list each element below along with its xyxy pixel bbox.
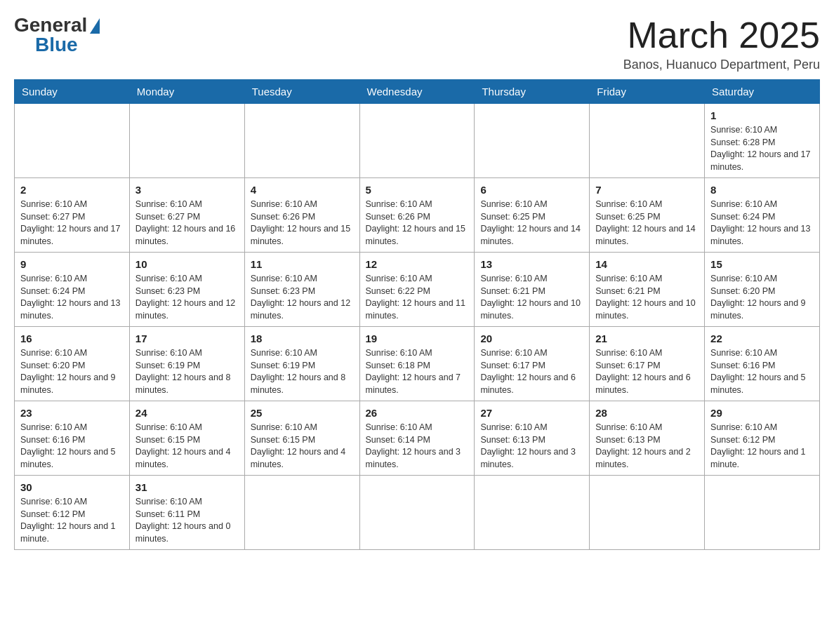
day-info: Sunrise: 6:10 AM Sunset: 6:11 PM Dayligh… — [135, 496, 239, 545]
day-info: Sunrise: 6:10 AM Sunset: 6:15 PM Dayligh… — [251, 422, 354, 471]
calendar-cell — [590, 104, 705, 178]
day-number: 28 — [595, 405, 699, 420]
calendar-cell: 4Sunrise: 6:10 AM Sunset: 6:26 PM Daylig… — [244, 178, 359, 253]
calendar-cell — [590, 476, 705, 550]
weekday-header-row: SundayMondayTuesdayWednesdayThursdayFrid… — [15, 80, 820, 104]
day-number: 7 — [595, 182, 699, 197]
calendar-cell — [475, 476, 590, 550]
calendar-cell: 11Sunrise: 6:10 AM Sunset: 6:23 PM Dayli… — [244, 253, 359, 327]
calendar-week-row: 30Sunrise: 6:10 AM Sunset: 6:12 PM Dayli… — [15, 476, 820, 550]
weekday-header-tuesday: Tuesday — [244, 80, 359, 104]
day-info: Sunrise: 6:10 AM Sunset: 6:18 PM Dayligh… — [366, 347, 469, 396]
day-number: 4 — [251, 182, 354, 197]
day-info: Sunrise: 6:10 AM Sunset: 6:20 PM Dayligh… — [20, 347, 124, 396]
calendar-cell: 7Sunrise: 6:10 AM Sunset: 6:25 PM Daylig… — [590, 178, 705, 253]
calendar-cell — [705, 476, 820, 550]
calendar-week-row: 23Sunrise: 6:10 AM Sunset: 6:16 PM Dayli… — [15, 401, 820, 476]
location-title: Banos, Huanuco Department, Peru — [623, 58, 820, 72]
calendar-cell: 1Sunrise: 6:10 AM Sunset: 6:28 PM Daylig… — [705, 104, 820, 178]
calendar-cell: 3Sunrise: 6:10 AM Sunset: 6:27 PM Daylig… — [129, 178, 244, 253]
day-info: Sunrise: 6:10 AM Sunset: 6:12 PM Dayligh… — [20, 496, 124, 545]
day-number: 6 — [480, 182, 583, 197]
day-info: Sunrise: 6:10 AM Sunset: 6:14 PM Dayligh… — [366, 422, 469, 471]
calendar-cell: 25Sunrise: 6:10 AM Sunset: 6:15 PM Dayli… — [244, 401, 359, 476]
day-number: 3 — [135, 182, 239, 197]
day-info: Sunrise: 6:10 AM Sunset: 6:21 PM Dayligh… — [480, 273, 583, 322]
calendar-cell: 20Sunrise: 6:10 AM Sunset: 6:17 PM Dayli… — [475, 327, 590, 401]
day-info: Sunrise: 6:10 AM Sunset: 6:25 PM Dayligh… — [595, 199, 699, 248]
calendar-table: SundayMondayTuesdayWednesdayThursdayFrid… — [14, 79, 820, 550]
weekday-header-friday: Friday — [590, 80, 705, 104]
day-info: Sunrise: 6:10 AM Sunset: 6:19 PM Dayligh… — [251, 347, 354, 396]
day-number: 12 — [366, 257, 469, 271]
calendar-cell: 6Sunrise: 6:10 AM Sunset: 6:25 PM Daylig… — [475, 178, 590, 253]
day-info: Sunrise: 6:10 AM Sunset: 6:21 PM Dayligh… — [595, 273, 699, 322]
title-block: March 2025 Banos, Huanuco Department, Pe… — [623, 14, 820, 72]
day-number: 25 — [251, 405, 354, 420]
day-info: Sunrise: 6:10 AM Sunset: 6:13 PM Dayligh… — [595, 422, 699, 471]
calendar-week-row: 9Sunrise: 6:10 AM Sunset: 6:24 PM Daylig… — [15, 253, 820, 327]
day-info: Sunrise: 6:10 AM Sunset: 6:25 PM Dayligh… — [480, 199, 583, 248]
day-info: Sunrise: 6:10 AM Sunset: 6:23 PM Dayligh… — [251, 273, 354, 322]
calendar-cell: 5Sunrise: 6:10 AM Sunset: 6:26 PM Daylig… — [359, 178, 475, 253]
day-number: 26 — [366, 405, 469, 420]
logo-triangle-icon — [90, 18, 100, 34]
calendar-cell: 17Sunrise: 6:10 AM Sunset: 6:19 PM Dayli… — [129, 327, 244, 401]
calendar-cell: 21Sunrise: 6:10 AM Sunset: 6:17 PM Dayli… — [590, 327, 705, 401]
day-info: Sunrise: 6:10 AM Sunset: 6:22 PM Dayligh… — [366, 273, 469, 322]
day-info: Sunrise: 6:10 AM Sunset: 6:23 PM Dayligh… — [135, 273, 239, 322]
weekday-header-saturday: Saturday — [705, 80, 820, 104]
calendar-cell: 8Sunrise: 6:10 AM Sunset: 6:24 PM Daylig… — [705, 178, 820, 253]
day-info: Sunrise: 6:10 AM Sunset: 6:26 PM Dayligh… — [251, 199, 354, 248]
calendar-cell: 23Sunrise: 6:10 AM Sunset: 6:16 PM Dayli… — [15, 401, 130, 476]
day-number: 2 — [20, 182, 124, 197]
day-info: Sunrise: 6:10 AM Sunset: 6:27 PM Dayligh… — [20, 199, 124, 248]
day-number: 22 — [710, 331, 814, 346]
day-number: 29 — [710, 405, 814, 420]
month-title: March 2025 — [623, 14, 820, 56]
day-info: Sunrise: 6:10 AM Sunset: 6:16 PM Dayligh… — [710, 347, 814, 396]
calendar-cell: 14Sunrise: 6:10 AM Sunset: 6:21 PM Dayli… — [590, 253, 705, 327]
calendar-cell — [244, 476, 359, 550]
day-number: 27 — [480, 405, 583, 420]
calendar-cell: 2Sunrise: 6:10 AM Sunset: 6:27 PM Daylig… — [15, 178, 130, 253]
calendar-cell: 30Sunrise: 6:10 AM Sunset: 6:12 PM Dayli… — [15, 476, 130, 550]
day-number: 5 — [366, 182, 469, 197]
calendar-cell — [359, 476, 475, 550]
calendar-cell: 18Sunrise: 6:10 AM Sunset: 6:19 PM Dayli… — [244, 327, 359, 401]
weekday-header-monday: Monday — [129, 80, 244, 104]
day-info: Sunrise: 6:10 AM Sunset: 6:24 PM Dayligh… — [20, 273, 124, 322]
day-info: Sunrise: 6:10 AM Sunset: 6:27 PM Dayligh… — [135, 199, 239, 248]
day-number: 18 — [251, 331, 354, 346]
calendar-cell: 22Sunrise: 6:10 AM Sunset: 6:16 PM Dayli… — [705, 327, 820, 401]
day-info: Sunrise: 6:10 AM Sunset: 6:15 PM Dayligh… — [135, 422, 239, 471]
calendar-cell: 19Sunrise: 6:10 AM Sunset: 6:18 PM Dayli… — [359, 327, 475, 401]
day-number: 10 — [135, 257, 239, 271]
day-number: 11 — [251, 257, 354, 271]
calendar-week-row: 16Sunrise: 6:10 AM Sunset: 6:20 PM Dayli… — [15, 327, 820, 401]
day-number: 24 — [135, 405, 239, 420]
calendar-week-row: 2Sunrise: 6:10 AM Sunset: 6:27 PM Daylig… — [15, 178, 820, 253]
day-number: 15 — [710, 257, 814, 271]
calendar-cell: 13Sunrise: 6:10 AM Sunset: 6:21 PM Dayli… — [475, 253, 590, 327]
calendar-cell — [15, 104, 130, 178]
day-info: Sunrise: 6:10 AM Sunset: 6:12 PM Dayligh… — [710, 422, 814, 471]
day-number: 31 — [135, 480, 239, 495]
calendar-cell: 10Sunrise: 6:10 AM Sunset: 6:23 PM Dayli… — [129, 253, 244, 327]
calendar-cell — [129, 104, 244, 178]
day-number: 9 — [20, 257, 124, 271]
day-number: 23 — [20, 405, 124, 420]
day-info: Sunrise: 6:10 AM Sunset: 6:17 PM Dayligh… — [480, 347, 583, 396]
page-header: General Blue March 2025 Banos, Huanuco D… — [14, 14, 820, 72]
logo: General Blue — [14, 14, 100, 56]
logo-blue-text: Blue — [35, 34, 78, 56]
calendar-week-row: 1Sunrise: 6:10 AM Sunset: 6:28 PM Daylig… — [15, 104, 820, 178]
day-number: 17 — [135, 331, 239, 346]
day-info: Sunrise: 6:10 AM Sunset: 6:20 PM Dayligh… — [710, 273, 814, 322]
calendar-cell: 15Sunrise: 6:10 AM Sunset: 6:20 PM Dayli… — [705, 253, 820, 327]
day-number: 16 — [20, 331, 124, 346]
day-number: 19 — [366, 331, 469, 346]
day-number: 13 — [480, 257, 583, 271]
calendar-cell — [359, 104, 475, 178]
calendar-cell: 27Sunrise: 6:10 AM Sunset: 6:13 PM Dayli… — [475, 401, 590, 476]
